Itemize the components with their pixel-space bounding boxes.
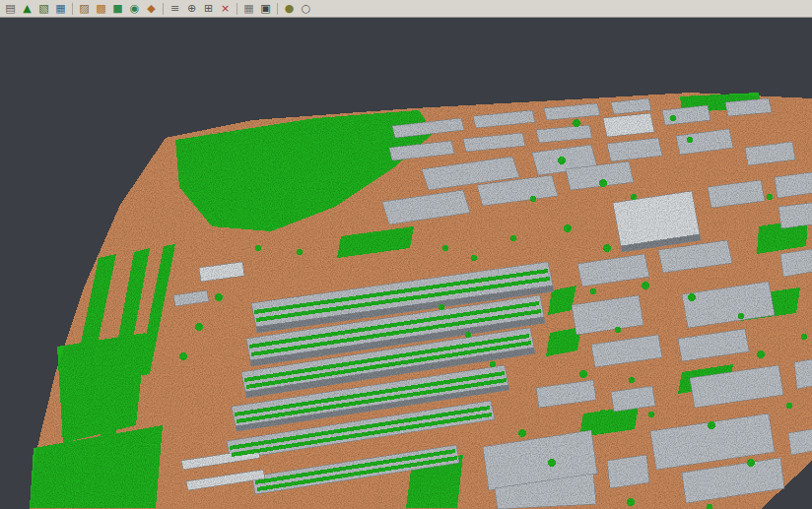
info-icon[interactable]: ○ (299, 1, 313, 16)
toolbar: ▤▲▧▦▨▩■◉◆≡⊕⊞×▦▣●○ (0, 0, 812, 18)
camera-icon[interactable]: ▣ (258, 1, 273, 16)
classification-icon[interactable]: ■ (110, 1, 125, 16)
grid-icon[interactable]: ▦ (241, 1, 256, 16)
delete-icon[interactable]: × (218, 1, 233, 16)
point-noise-overlay (0, 0, 812, 509)
elevation-icon[interactable]: ▧ (36, 1, 51, 16)
toolbar-separator (72, 3, 73, 15)
section-icon[interactable]: ≡ (168, 1, 182, 16)
viewport-3d[interactable] (0, 0, 812, 509)
crop-icon[interactable]: ⊞ (201, 1, 216, 16)
render-icon[interactable]: ● (282, 1, 297, 16)
ortho-icon[interactable]: ▨ (77, 1, 92, 16)
zoom-extents-icon[interactable]: ⊕ (184, 1, 199, 16)
toolbar-separator (277, 3, 278, 15)
toolbar-separator (163, 3, 164, 15)
mesh-icon[interactable]: ▦ (53, 1, 68, 16)
measure-icon[interactable]: ◆ (144, 1, 159, 16)
terrain-icon[interactable]: ▲ (20, 1, 34, 16)
texture-icon[interactable]: ▩ (94, 1, 108, 16)
toolbar-separator (237, 3, 237, 15)
scene-svg (0, 0, 812, 509)
open-icon[interactable]: ▤ (3, 1, 18, 16)
globe-icon[interactable]: ◉ (127, 1, 142, 16)
